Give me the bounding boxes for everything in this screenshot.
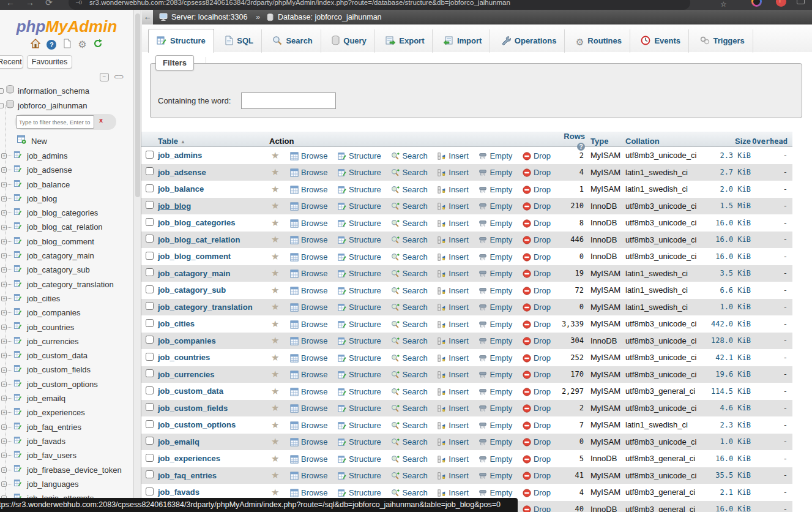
favorite-star-icon[interactable]: ★ (271, 318, 279, 329)
expand-plus-icon[interactable]: + (1, 467, 7, 473)
search-action[interactable]: Search (391, 387, 427, 396)
link-panel-icon[interactable]: ⊂⊃ (114, 73, 124, 81)
favorite-star-icon[interactable]: ★ (271, 301, 279, 312)
search-action[interactable]: Search (391, 201, 427, 211)
sidebar-table-item[interactable]: +job_blog_categories (0, 205, 133, 219)
insert-action[interactable]: Insert (438, 387, 469, 396)
row-checkbox[interactable] (146, 184, 154, 192)
expand-plus-icon[interactable]: + (1, 481, 7, 487)
favorite-star-icon[interactable]: ★ (271, 470, 279, 480)
recent-tables-button[interactable]: Recent (0, 55, 23, 69)
empty-action[interactable]: Empty (479, 336, 512, 345)
browse-action[interactable]: Browse (290, 219, 327, 228)
structure-action[interactable]: Structure (338, 488, 381, 497)
browser-window-icon[interactable] (797, 0, 805, 4)
insert-action[interactable]: Insert (438, 353, 469, 363)
browse-action[interactable]: Browse (290, 353, 327, 363)
tab-structure[interactable]: Structure (148, 29, 214, 53)
size[interactable]: 19.6 KiB (708, 370, 751, 378)
size[interactable]: 16.0 KiB (708, 454, 751, 463)
insert-action[interactable]: Insert (438, 201, 469, 211)
expand-plus-icon[interactable]: + (1, 239, 7, 244)
expand-plus-icon[interactable]: + (1, 282, 7, 287)
tab-events[interactable]: Events (633, 29, 689, 53)
structure-action[interactable]: Structure (338, 471, 381, 480)
clear-filter-icon[interactable]: x (99, 116, 103, 124)
search-action[interactable]: Search (391, 286, 427, 295)
size[interactable]: 4.6 KiB (708, 404, 751, 412)
insert-action[interactable]: Insert (438, 404, 469, 413)
structure-action[interactable]: Structure (338, 336, 381, 345)
empty-action[interactable]: Empty (479, 421, 512, 430)
structure-action[interactable]: Structure (338, 151, 381, 160)
row-checkbox[interactable] (146, 437, 154, 445)
search-action[interactable]: Search (391, 219, 427, 228)
row-checkbox[interactable] (146, 420, 154, 428)
drop-action[interactable]: Drop (523, 168, 551, 177)
drop-action[interactable]: Drop (523, 303, 551, 312)
browse-action[interactable]: Browse (290, 269, 327, 278)
insert-action[interactable]: Insert (438, 437, 469, 446)
structure-action[interactable]: Structure (338, 201, 381, 211)
search-action[interactable]: Search (391, 252, 427, 262)
help-icon[interactable]: ? (47, 40, 56, 50)
insert-action[interactable]: Insert (438, 454, 469, 464)
row-checkbox[interactable] (146, 369, 154, 377)
expand-plus-icon[interactable]: + (1, 339, 7, 344)
tab-triggers[interactable]: Triggers (692, 29, 753, 53)
drop-action[interactable]: Drop (523, 437, 551, 446)
drop-action[interactable]: Drop (523, 404, 551, 413)
expand-plus-icon[interactable]: + (1, 296, 7, 301)
sidebar-scrollbar[interactable] (133, 10, 141, 512)
row-checkbox[interactable] (146, 201, 154, 209)
sidebar-table-item[interactable]: +job_custom_data (0, 348, 133, 362)
table-name-link[interactable]: job_faq_entries (158, 471, 269, 480)
empty-action[interactable]: Empty (479, 454, 512, 464)
empty-action[interactable]: Empty (479, 370, 512, 379)
insert-action[interactable]: Insert (438, 303, 469, 312)
favorite-star-icon[interactable]: ★ (271, 217, 279, 228)
table-name-link[interactable]: job_currencies (158, 370, 269, 379)
expand-plus-icon[interactable]: + (1, 382, 7, 387)
bookmark-star-icon[interactable]: ☆ (720, 0, 727, 9)
search-action[interactable]: Search (391, 320, 427, 329)
search-action[interactable]: Search (391, 168, 427, 177)
row-checkbox[interactable] (146, 386, 154, 394)
favorite-star-icon[interactable]: ★ (271, 487, 279, 497)
expand-plus-icon[interactable]: + (1, 182, 7, 187)
rows-help-icon[interactable]: ? (577, 143, 585, 151)
search-action[interactable]: Search (391, 336, 427, 345)
favorite-star-icon[interactable]: ★ (271, 352, 279, 363)
docs-icon[interactable] (63, 39, 72, 51)
browse-action[interactable]: Browse (290, 185, 327, 194)
drop-action[interactable]: Drop (523, 201, 551, 211)
header-collation[interactable]: Collation (625, 137, 660, 146)
browser-reload-icon[interactable]: ⟳ (45, 0, 53, 7)
table-name-link[interactable]: job_category_translation (158, 303, 269, 312)
expand-plus-icon[interactable]: + (1, 410, 7, 415)
tree-filter-input[interactable] (16, 115, 94, 129)
search-action[interactable]: Search (391, 269, 427, 278)
drop-action[interactable]: Drop (523, 336, 551, 345)
breadcrumb-server[interactable]: Server: localhost:3306 (171, 10, 247, 24)
table-name-link[interactable]: job_countries (158, 353, 269, 362)
favorite-star-icon[interactable]: ★ (271, 402, 279, 413)
favorite-star-icon[interactable]: ★ (271, 285, 279, 295)
empty-action[interactable]: Empty (479, 269, 512, 278)
expand-plus-icon[interactable]: + (1, 210, 7, 216)
header-overhead[interactable]: Overhead (752, 137, 788, 146)
sidebar-table-item[interactable]: +job_emailq (0, 391, 133, 405)
insert-action[interactable]: Insert (438, 219, 469, 228)
database-item[interactable]: information_schema (0, 83, 133, 98)
structure-action[interactable]: Structure (338, 421, 381, 430)
expand-plus-icon[interactable]: + (1, 225, 7, 230)
expand-plus-icon[interactable]: + (1, 353, 7, 358)
structure-action[interactable]: Structure (338, 185, 381, 194)
empty-action[interactable]: Empty (479, 286, 512, 295)
table-name-link[interactable]: job_custom_fields (158, 404, 269, 413)
table-name-link[interactable]: job_catagory_sub (158, 285, 269, 295)
search-action[interactable]: Search (391, 353, 427, 363)
browser-back-icon[interactable]: ← (6, 0, 15, 7)
table-name-link[interactable]: job_blog_comment (158, 252, 269, 261)
favorite-star-icon[interactable]: ★ (271, 251, 279, 262)
